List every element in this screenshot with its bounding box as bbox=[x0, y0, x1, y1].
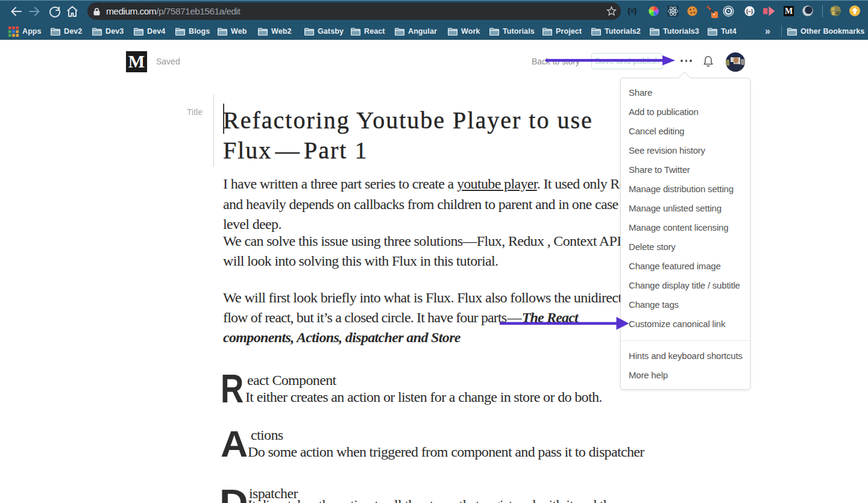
svg-text:(–): (–) bbox=[746, 8, 753, 14]
